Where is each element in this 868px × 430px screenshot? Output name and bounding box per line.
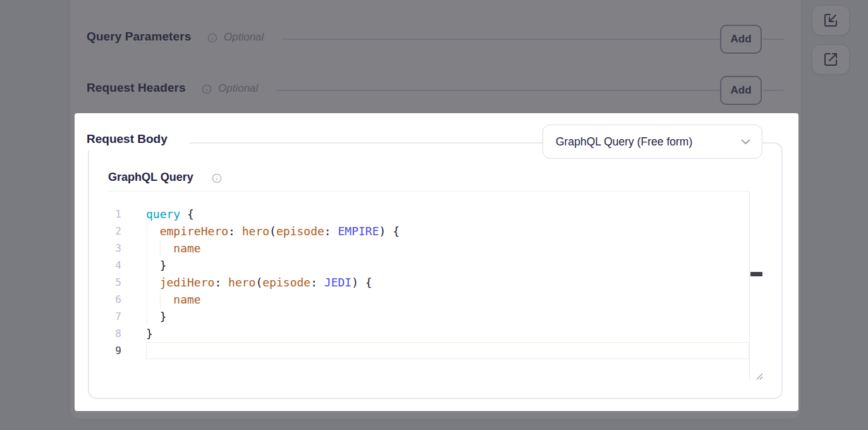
code-line[interactable]: 3 name	[107, 240, 749, 257]
divider	[762, 39, 784, 40]
code-line[interactable]: 7 }	[107, 308, 749, 325]
info-icon[interactable]	[202, 84, 212, 94]
line-number: 4	[107, 257, 121, 274]
add-query-parameter-button[interactable]: Add	[720, 25, 762, 54]
code-line[interactable]: 4 }	[107, 257, 749, 274]
code-text: }	[146, 308, 167, 325]
info-icon[interactable]	[207, 33, 217, 43]
code-text: }	[146, 325, 153, 342]
divider	[276, 90, 720, 91]
indent-guide	[147, 223, 147, 324]
edit-inline-button[interactable]	[812, 5, 850, 35]
line-number: 5	[107, 274, 121, 291]
code-line[interactable]: 6 name	[107, 291, 749, 308]
code-line[interactable]: 1query {	[107, 206, 749, 223]
open-external-button[interactable]	[812, 44, 850, 75]
code-text: jediHero: hero(episode: JEDI) {	[146, 274, 372, 291]
request-headers-title: Request Headers	[87, 81, 186, 95]
indent-guide	[160, 291, 161, 308]
optional-label: Optional	[218, 82, 258, 95]
body-type-select-value: GraphQL Query (Free form)	[556, 135, 736, 149]
code-text: name	[146, 291, 201, 308]
graphql-query-label: GraphQL Query	[108, 171, 193, 184]
code-lines: 1query {2 empireHero: hero(episode: EMPI…	[107, 206, 749, 359]
graphql-code-editor[interactable]: 1query {2 empireHero: hero(episode: EMPI…	[107, 191, 750, 379]
add-request-header-button[interactable]: Add	[720, 76, 762, 105]
line-number: 6	[107, 291, 121, 308]
external-link-icon	[823, 52, 838, 67]
line-number: 1	[107, 206, 121, 223]
editor-scrollbar-thumb[interactable]	[750, 272, 762, 276]
code-text: name	[146, 240, 201, 257]
optional-label: Optional	[224, 31, 264, 44]
line-number: 8	[107, 325, 121, 342]
line-number: 9	[107, 342, 121, 359]
code-text: empireHero: hero(episode: EMPIRE) {	[146, 223, 400, 240]
line-number: 7	[107, 308, 121, 325]
divider	[282, 39, 720, 40]
code-line[interactable]: 2 empireHero: hero(episode: EMPIRE) {	[107, 223, 749, 240]
resize-handle-icon[interactable]	[754, 371, 764, 383]
code-text: }	[146, 257, 167, 274]
code-line[interactable]: 9	[107, 342, 749, 359]
code-line[interactable]: 5 jediHero: hero(episode: JEDI) {	[107, 274, 749, 291]
code-text	[146, 342, 749, 359]
edit-import-icon	[823, 13, 838, 28]
line-number: 3	[107, 240, 121, 257]
info-icon[interactable]	[212, 173, 222, 183]
divider	[762, 90, 784, 91]
query-parameters-title: Query Parameters	[87, 30, 191, 44]
page: Query Parameters Optional Add Request He…	[0, 0, 868, 430]
chevron-down-icon	[741, 136, 750, 147]
line-number: 2	[107, 223, 121, 240]
indent-guide	[160, 240, 161, 257]
code-text: query {	[146, 206, 194, 223]
request-body-title: Request Body	[87, 132, 168, 146]
body-type-select[interactable]: GraphQL Query (Free form)	[542, 125, 762, 159]
code-line[interactable]: 8}	[107, 325, 749, 342]
